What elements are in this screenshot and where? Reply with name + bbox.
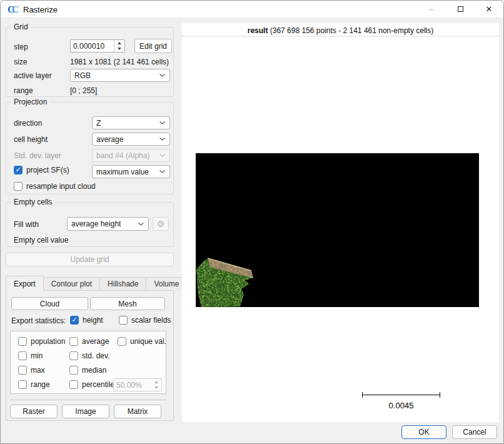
spin-up-icon[interactable] <box>118 42 121 44</box>
chevron-down-icon <box>159 153 166 158</box>
export-mesh-button[interactable]: Mesh <box>90 297 165 310</box>
direction-label: direction <box>14 119 42 128</box>
std-dev-checkbox[interactable] <box>69 351 78 360</box>
std-dev-layer-label: Std. dev. layer <box>14 151 61 160</box>
update-grid-button[interactable]: Update grid <box>6 253 174 266</box>
grid-group-title: Grid <box>11 23 31 31</box>
projection-groupbox: Projection direction Z cell height avera… <box>6 102 174 194</box>
close-button[interactable]: ✕ <box>475 1 503 18</box>
result-info: (367 698 156 points - 2 141 461 non-empt… <box>270 26 434 35</box>
export-cloud-button[interactable]: Cloud <box>11 297 88 310</box>
height-checkbox-row[interactable]: height <box>70 316 103 325</box>
step-input[interactable] <box>71 40 114 52</box>
direction-combobox[interactable]: Z <box>92 116 170 129</box>
step-label: step <box>14 43 28 51</box>
chevron-down-icon <box>159 137 166 141</box>
max-checkbox-row[interactable]: max <box>18 366 45 375</box>
empty-cells-groupbox: Empty cells Fill with average height ⚙ E… <box>6 202 174 247</box>
result-preview-panel: result (367 698 156 points - 2 141 461 n… <box>182 23 499 422</box>
size-label: size <box>14 58 27 66</box>
cancel-button[interactable]: Cancel <box>452 425 497 439</box>
scalar-fields-checkbox-row[interactable]: scalar fields <box>119 316 171 325</box>
point-cloud-preview <box>193 253 256 311</box>
edit-grid-button[interactable]: Edit grid <box>134 39 172 53</box>
export-matrix-button[interactable]: Matrix <box>114 405 161 418</box>
population-checkbox-row[interactable]: population <box>18 337 65 346</box>
std-dev-layer-combobox[interactable]: band #4 (Alpha) <box>92 149 170 162</box>
tab-export[interactable]: Export <box>6 276 44 291</box>
result-title: result <box>248 26 268 35</box>
spin-down-icon[interactable] <box>154 386 158 389</box>
percentile-checkbox-row[interactable]: percentile <box>69 380 114 389</box>
chevron-down-icon <box>138 222 144 226</box>
sf-projection-combobox[interactable]: maximum value <box>92 165 170 178</box>
gear-icon: ⚙ <box>157 219 165 229</box>
empty-cell-value-label: Empty cell value <box>14 236 68 245</box>
cell-height-combobox[interactable]: average <box>92 133 170 146</box>
separator-line <box>10 400 166 400</box>
median-checkbox[interactable] <box>69 366 78 375</box>
percentile-input[interactable] <box>114 379 151 391</box>
spin-up-icon[interactable] <box>154 381 158 383</box>
min-checkbox-row[interactable]: min <box>18 351 43 360</box>
export-statistics-label: Export statistics: <box>11 316 66 325</box>
resample-checkbox-row[interactable]: resample input cloud <box>14 182 96 191</box>
step-spinbox[interactable] <box>70 39 125 53</box>
active-layer-label: active layer <box>14 71 52 80</box>
range-label: range <box>14 86 33 95</box>
range-checkbox-row[interactable]: range <box>18 380 50 389</box>
max-checkbox[interactable] <box>18 366 27 375</box>
percentile-spinbox[interactable] <box>113 378 162 391</box>
unique-val-checkbox-row[interactable]: unique val. <box>118 337 166 346</box>
ok-button[interactable]: OK <box>401 425 446 439</box>
export-tabbar: Export Contour plot Hillshade Volume <box>6 276 186 291</box>
height-checkbox[interactable] <box>70 316 79 325</box>
title-bar[interactable]: C C Rasterize – ✕ <box>1 1 503 18</box>
spin-down-icon[interactable] <box>118 48 121 50</box>
svg-text:C: C <box>12 4 19 14</box>
tab-contour-plot[interactable]: Contour plot <box>43 277 100 291</box>
resample-input-cloud-checkbox[interactable] <box>14 182 23 191</box>
tab-hillshade[interactable]: Hillshade <box>99 277 146 291</box>
fill-with-label: Fill with <box>14 220 39 229</box>
project-sf-checkbox-row[interactable]: project SF(s) <box>14 166 69 174</box>
tab-volume[interactable]: Volume <box>146 277 187 291</box>
fill-with-combobox[interactable]: average height <box>67 217 149 231</box>
window-title: Rasterize <box>23 5 58 14</box>
chevron-down-icon <box>159 169 166 174</box>
export-raster-button[interactable]: Raster <box>10 405 58 418</box>
std-dev-checkbox-row[interactable]: std. dev. <box>69 351 109 360</box>
grid-groupbox: Grid step Edit grid size 1981 x 1081 (2 … <box>6 27 174 97</box>
minimize-button[interactable]: – <box>417 1 446 18</box>
projection-group-title: Projection <box>11 98 49 106</box>
cell-height-label: cell height <box>14 135 48 144</box>
result-header: result (367 698 156 points - 2 141 461 n… <box>182 26 499 35</box>
range-value: [0 ; 255] <box>70 86 97 95</box>
chevron-down-icon <box>159 73 166 78</box>
cloudcompare-app-icon: C C <box>8 4 19 15</box>
average-checkbox[interactable] <box>69 337 78 346</box>
size-value: 1981 x 1081 (2 141 461 cells) <box>70 58 169 66</box>
population-checkbox[interactable] <box>18 337 27 346</box>
active-layer-combobox[interactable]: RGB <box>70 69 170 82</box>
unique-val-checkbox[interactable] <box>118 337 126 346</box>
maximize-icon <box>458 6 463 12</box>
percentile-checkbox[interactable] <box>69 380 78 389</box>
empty-cells-group-title: Empty cells <box>11 198 54 206</box>
export-tab-panel: Cloud Mesh Export statistics: height sca… <box>6 290 174 421</box>
median-checkbox-row[interactable]: median <box>69 366 106 375</box>
percentile-spin-arrows[interactable] <box>151 379 161 391</box>
maximize-button[interactable] <box>446 1 475 18</box>
export-image-button[interactable]: Image <box>62 405 109 418</box>
chevron-down-icon <box>159 121 166 125</box>
rasterize-dialog: { "window": { "title": "Rasterize", "min… <box>0 0 504 444</box>
project-sf-checkbox[interactable] <box>14 166 23 174</box>
step-spin-arrows[interactable] <box>114 40 124 52</box>
scalar-fields-checkbox[interactable] <box>119 316 128 325</box>
fill-settings-button[interactable]: ⚙ <box>153 217 169 231</box>
min-checkbox[interactable] <box>18 351 27 360</box>
preview-divider <box>182 36 499 37</box>
average-checkbox-row[interactable]: average <box>69 337 109 346</box>
range-checkbox[interactable] <box>18 380 27 389</box>
scale-bar-value: 0.0045 <box>362 401 440 410</box>
